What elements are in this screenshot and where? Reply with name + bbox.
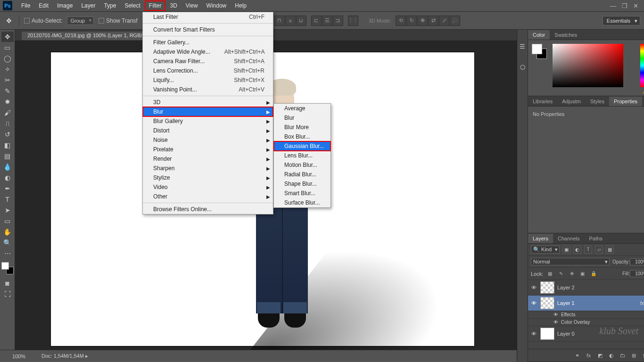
3d-icon[interactable]: ⬡ bbox=[517, 62, 528, 72]
visibility-icon[interactable]: 👁 bbox=[530, 331, 537, 337]
layer-row[interactable]: 👁 Layer 2 bbox=[528, 280, 644, 296]
move-tool[interactable]: ✥ bbox=[1, 32, 14, 42]
tab-adjustments[interactable]: Adjustm bbox=[557, 97, 586, 106]
mi-noise[interactable]: Noise▶ bbox=[143, 135, 273, 145]
mi-lens-blur[interactable]: Lens Blur... bbox=[274, 151, 330, 160]
layers-panel-menu-icon[interactable]: ≡ bbox=[642, 234, 644, 243]
mi-average[interactable]: Average bbox=[274, 104, 330, 113]
mi-stylize[interactable]: Stylize▶ bbox=[143, 173, 273, 182]
mi-surface-blur[interactable]: Surface Blur... bbox=[274, 198, 330, 207]
foreground-color[interactable] bbox=[1, 262, 9, 270]
menu-file[interactable]: File bbox=[17, 0, 34, 11]
3d-orbit-icon[interactable]: ⟲ bbox=[396, 16, 406, 26]
crop-tool[interactable]: ✂ bbox=[1, 75, 14, 85]
pen-tool[interactable]: ✒ bbox=[1, 183, 14, 194]
quick-mask-tool[interactable]: ◙ bbox=[1, 278, 14, 288]
gradient-tool[interactable]: ▤ bbox=[1, 151, 14, 161]
zoom-tool[interactable]: 🔍 bbox=[1, 238, 14, 248]
dodge-tool[interactable]: ◐ bbox=[1, 173, 14, 183]
mi-radial-blur[interactable]: Radial Blur... bbox=[274, 170, 330, 179]
layer-style-icon[interactable]: fx bbox=[585, 351, 593, 360]
layer-effects-row[interactable]: 👁Effects bbox=[528, 311, 644, 319]
menu-layer[interactable]: Layer bbox=[77, 0, 99, 11]
mi-smart-blur[interactable]: Smart Blur... bbox=[274, 189, 330, 198]
tab-swatches[interactable]: Swatches bbox=[550, 30, 582, 40]
tab-layers[interactable]: Layers bbox=[528, 234, 553, 243]
3d-pan-icon[interactable]: ✥ bbox=[417, 16, 428, 26]
layer-row[interactable]: 👁 Layer 1 fx ▾ bbox=[528, 296, 644, 311]
filter-type-icon[interactable]: T bbox=[584, 246, 592, 254]
group-icon[interactable]: 🗀 bbox=[619, 351, 627, 360]
3d-camera-icon[interactable]: 🎥 bbox=[450, 16, 460, 26]
blur-tool[interactable]: 💧 bbox=[1, 162, 14, 172]
mi-shape-blur[interactable]: Shape Blur... bbox=[274, 179, 330, 189]
3d-roll-icon[interactable]: ↻ bbox=[406, 16, 417, 26]
mi-box-blur[interactable]: Box Blur... bbox=[274, 132, 330, 141]
auto-select-dropdown[interactable]: Group bbox=[67, 16, 94, 25]
mi-distort[interactable]: Distort▶ bbox=[143, 126, 273, 135]
align-left-icon[interactable]: ⊏ bbox=[311, 16, 322, 26]
color-panel-menu-icon[interactable]: ≡ bbox=[642, 31, 644, 40]
close-icon[interactable]: ✕ bbox=[633, 2, 638, 9]
distribute-icon[interactable]: ⋮⋮ bbox=[348, 16, 358, 26]
menu-filter[interactable]: Filter bbox=[145, 0, 166, 11]
fg-bg-swatches[interactable] bbox=[1, 262, 14, 274]
menu-window[interactable]: Window bbox=[202, 0, 231, 11]
3d-zoom-icon[interactable]: ⤢ bbox=[439, 16, 449, 26]
layer-name[interactable]: Layer 2 bbox=[557, 285, 644, 290]
mi-3d[interactable]: 3D▶ bbox=[143, 96, 273, 107]
align-right-icon[interactable]: ⊐ bbox=[333, 16, 343, 26]
auto-select-checkbox[interactable]: Auto-Select: bbox=[24, 17, 62, 24]
new-layer-icon[interactable]: ⊞ bbox=[630, 351, 638, 360]
mi-last-filter[interactable]: Last FilterCtrl+F bbox=[143, 12, 273, 22]
tab-channels[interactable]: Channels bbox=[553, 234, 584, 243]
marquee-tool[interactable]: ▭ bbox=[1, 42, 14, 53]
mi-render[interactable]: Render▶ bbox=[143, 154, 273, 164]
lock-all-icon[interactable]: 🔒 bbox=[589, 270, 597, 278]
lock-position-icon[interactable]: ✎ bbox=[557, 270, 565, 278]
lock-move-icon[interactable]: ✥ bbox=[568, 270, 576, 278]
menu-select[interactable]: Select bbox=[120, 0, 144, 11]
filter-adjust-icon[interactable]: ◐ bbox=[573, 246, 581, 254]
align-vcenter-icon[interactable]: ≡ bbox=[285, 16, 296, 26]
properties-panel-menu-icon[interactable]: ≡ bbox=[642, 97, 644, 106]
hand-tool[interactable]: ✋ bbox=[1, 227, 14, 237]
visibility-icon[interactable]: 👁 bbox=[553, 320, 558, 325]
zoom-level[interactable]: 100% bbox=[5, 354, 33, 359]
lasso-tool[interactable]: ◯ bbox=[1, 53, 14, 64]
delete-layer-icon[interactable]: 🗑 bbox=[641, 351, 644, 360]
minimize-icon[interactable]: — bbox=[610, 2, 616, 9]
layer-name[interactable]: Layer 1 bbox=[557, 300, 637, 306]
filter-smart-icon[interactable]: ▦ bbox=[606, 246, 614, 254]
healing-tool[interactable]: ✹ bbox=[1, 97, 14, 107]
layer-thumbnail[interactable] bbox=[540, 281, 554, 294]
mi-adaptive-wide[interactable]: Adaptive Wide Angle...Alt+Shift+Ctrl+A bbox=[143, 47, 273, 57]
path-select-tool[interactable]: ➤ bbox=[1, 205, 14, 215]
lock-artboard-icon[interactable]: ▣ bbox=[578, 270, 586, 278]
tab-paths[interactable]: Paths bbox=[585, 234, 607, 243]
screen-mode-tool[interactable]: ⛶ bbox=[1, 289, 14, 299]
opacity-input[interactable] bbox=[630, 258, 644, 265]
edit-toolbar[interactable]: ⋯ bbox=[1, 248, 14, 259]
mi-gaussian-blur[interactable]: Gaussian Blur... bbox=[274, 141, 330, 151]
mi-blur[interactable]: Blur▶ bbox=[143, 107, 273, 116]
mi-blur-simple[interactable]: Blur bbox=[274, 113, 330, 123]
layer-effect-item[interactable]: 👁Color Overlay bbox=[528, 319, 644, 326]
layer-mask-icon[interactable]: ◩ bbox=[596, 351, 604, 360]
mi-filter-gallery[interactable]: Filter Gallery... bbox=[143, 36, 273, 47]
tab-color[interactable]: Color bbox=[528, 30, 550, 40]
blend-mode-dropdown[interactable]: Normal▾ bbox=[531, 258, 610, 265]
mi-convert-smart[interactable]: Convert for Smart Filters bbox=[143, 23, 273, 34]
layer-thumbnail[interactable] bbox=[540, 297, 554, 309]
menu-view[interactable]: View bbox=[182, 0, 202, 11]
mi-blur-more[interactable]: Blur More bbox=[274, 123, 330, 132]
workspace-dropdown[interactable]: Essentials bbox=[603, 16, 640, 25]
doc-info[interactable]: Doc: 1,54M/1,54M bbox=[41, 353, 88, 359]
filter-shape-icon[interactable]: ▱ bbox=[595, 246, 603, 254]
menu-edit[interactable]: Edit bbox=[34, 0, 53, 11]
mi-blur-gallery[interactable]: Blur Gallery▶ bbox=[143, 116, 273, 126]
visibility-icon[interactable]: 👁 bbox=[553, 312, 558, 317]
mi-camera-raw[interactable]: Camera Raw Filter...Shift+Ctrl+A bbox=[143, 57, 273, 66]
mi-browse-filters[interactable]: Browse Filters Online... bbox=[143, 203, 273, 214]
eyedropper-tool[interactable]: ✎ bbox=[1, 86, 14, 96]
